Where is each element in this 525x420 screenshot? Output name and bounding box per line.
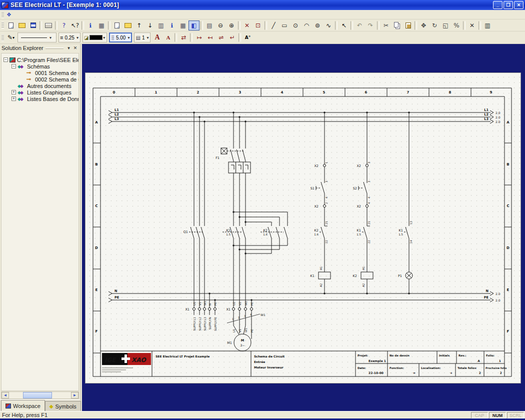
help-button[interactable]: ? — [58, 20, 70, 30]
symbols-block-button[interactable]: ▥ — [482, 20, 493, 30]
schematic-sheet[interactable]: IGE XAO 0123456789ABCDEFABCDEFL1L2L3L12.… — [85, 72, 521, 384]
drawing-canvas[interactable]: IGE XAO 0123456789ABCDEFABCDEFL1L2L3L12.… — [82, 44, 525, 411]
panel-horizontal-scrollbar[interactable]: ◄ ► — [1, 392, 79, 399]
new-button[interactable] — [6, 20, 16, 30]
tree-item-autres-documents[interactable]: ◆◆ Autres documents — [2, 82, 78, 89]
close-button[interactable]: ✕ — [514, 1, 524, 9]
terminal-x1-w2-pin: W2 — [244, 301, 248, 306]
delete-button[interactable]: ✕ — [466, 20, 478, 30]
grid-size-select[interactable]: ⣿ 5.00 ▾ — [109, 32, 132, 42]
context-help-button[interactable]: ↖? — [70, 20, 80, 30]
print-button[interactable] — [43, 20, 54, 30]
save-page-button[interactable]: ▤ — [204, 20, 215, 30]
new-page-button[interactable] — [112, 20, 122, 30]
menu-file[interactable] — [14, 14, 21, 16]
delete-zoom-button[interactable]: ✕ — [242, 20, 252, 30]
line-thickness-select[interactable]: ≡ 0.25 ▾ — [58, 32, 80, 42]
tree-item-schemas[interactable]: − ◆◆ Schémas — [2, 63, 78, 70]
previous-page-button[interactable]: ↑ — [134, 20, 144, 30]
menu-view[interactable] — [28, 14, 35, 16]
select-button[interactable]: ↖ — [338, 20, 350, 30]
draw-arc-button[interactable]: ◠ — [301, 20, 312, 30]
connection-pair-button[interactable]: ⇌ — [216, 32, 226, 42]
rotate-button[interactable]: ↻ — [429, 20, 440, 30]
connection-left-button[interactable]: ↤ — [204, 32, 216, 42]
caps-lock-indicator: CAP — [471, 412, 488, 418]
panel-close-button[interactable]: ✕ — [72, 45, 78, 52]
tab-symbols[interactable]: ◆ Symbols — [45, 401, 81, 411]
menu-tools[interactable] — [49, 14, 56, 16]
draw-circle-button[interactable]: ⊙ — [290, 20, 301, 30]
draw-curve-button[interactable]: ∿ — [323, 20, 334, 30]
text-small-button[interactable]: A — [162, 32, 174, 42]
draw-ellipse-button[interactable]: ⊚ — [312, 20, 323, 30]
info-button[interactable]: ℹ — [85, 20, 96, 30]
fill-color-select[interactable]: ◪ ▾ — [82, 32, 107, 42]
zoom-in-button[interactable]: ⊕ — [226, 20, 237, 30]
open-page-button[interactable] — [122, 20, 134, 30]
percent-button[interactable]: % — [451, 20, 462, 30]
scroll-left-icon[interactable]: ◄ — [2, 392, 9, 398]
draw-rectangle-button[interactable]: ▭ — [279, 20, 290, 30]
contact-k2-nc-pin21: 21 — [325, 221, 328, 224]
page-info-button[interactable]: ℹ — [166, 20, 178, 30]
connection-right-button[interactable]: ↦ — [194, 32, 204, 42]
zoom-window-button[interactable]: ⊡ — [252, 20, 264, 30]
copy-button[interactable] — [392, 20, 402, 30]
cable-w1-core3: 3 — [244, 314, 246, 318]
draw-line-button[interactable]: ╱ — [268, 20, 279, 30]
menu-window[interactable] — [56, 14, 63, 16]
expand-icon[interactable]: + — [12, 96, 16, 101]
scale-button[interactable]: ◱ — [440, 20, 451, 30]
toolbar-grip-2[interactable] — [2, 34, 4, 41]
restore-button[interactable]: ❐ — [504, 1, 513, 9]
open-button[interactable] — [16, 20, 28, 30]
toolbar-grip[interactable] — [2, 22, 4, 28]
line-style-select[interactable]: ▾ — [18, 32, 56, 42]
next-page-button[interactable]: ↓ — [144, 20, 156, 30]
collapse-icon[interactable]: − — [4, 58, 8, 62]
connection-swap-button[interactable]: ⇄ — [178, 32, 189, 42]
text-angle-button[interactable]: A° — [242, 32, 253, 42]
tile-pages-button[interactable]: ▦ — [178, 20, 188, 30]
tree-item-project-root[interactable]: − C:\Program Files\SEE Elect — [2, 56, 78, 63]
cut-button[interactable]: ✂ — [380, 20, 392, 30]
menu-help[interactable] — [63, 14, 70, 16]
wire-supply-pe-label: SUPPLY:PE — [214, 316, 217, 330]
titleblock-projet-value: Exemple 1 — [368, 359, 386, 363]
coil-k2-pin-a1: A1 — [362, 266, 365, 270]
menu-text[interactable] — [42, 14, 49, 16]
menu-edit[interactable] — [21, 14, 28, 16]
sheet-properties-button[interactable]: ▦ — [96, 20, 107, 30]
panel-menu-button[interactable]: ▾ — [66, 45, 72, 52]
menu-draw[interactable] — [35, 14, 42, 16]
grid-row-e-right: E — [507, 288, 510, 292]
navigator-button[interactable]: ◧ — [188, 20, 200, 30]
undo-button[interactable]: ↶ — [354, 20, 365, 30]
tab-workspace[interactable]: Workspace — [1, 400, 45, 411]
menubar-grip[interactable] — [2, 12, 4, 18]
tree-item-listes-graphiques[interactable]: + ◆◆ Listes Graphiques — [2, 89, 78, 96]
move-button[interactable]: ✥ — [418, 20, 429, 30]
scroll-lock-indicator: SCRL — [507, 412, 524, 418]
scroll-right-icon[interactable]: ► — [71, 392, 78, 398]
tree-item-listes-bases[interactable]: + ◆◆ Listes Bases de Donnée — [2, 96, 78, 102]
page-setup-button[interactable]: ▥ — [156, 20, 166, 30]
pen-style-button[interactable]: ✎ ▾ — [6, 32, 16, 42]
grid-row-f-right: F — [507, 330, 510, 334]
save-button[interactable] — [28, 20, 38, 30]
collapse-icon[interactable]: − — [12, 64, 16, 68]
text-large-button[interactable]: A — [152, 32, 162, 42]
tree-item-folio-0002[interactable]: ⊸ 0002 Schema de C — [2, 76, 78, 82]
minimize-button[interactable]: _ — [493, 1, 502, 9]
system-menu-icon[interactable]: ❖ — [6, 12, 12, 18]
layer-select[interactable]: ▤ 1 ▾ — [134, 32, 150, 42]
tree-item-folio-0001[interactable]: ⊸ 0001 Schema de C — [2, 70, 78, 76]
paste-button[interactable] — [402, 20, 414, 30]
expand-icon[interactable]: + — [12, 90, 16, 94]
button-s2-label: S2 — [353, 186, 357, 190]
connection-corner-button[interactable]: ↵ — [226, 32, 238, 42]
redo-button[interactable]: ↷ — [365, 20, 376, 30]
scrollbar-thumb[interactable] — [23, 392, 52, 398]
zoom-out-button[interactable]: ⊖ — [215, 20, 226, 30]
